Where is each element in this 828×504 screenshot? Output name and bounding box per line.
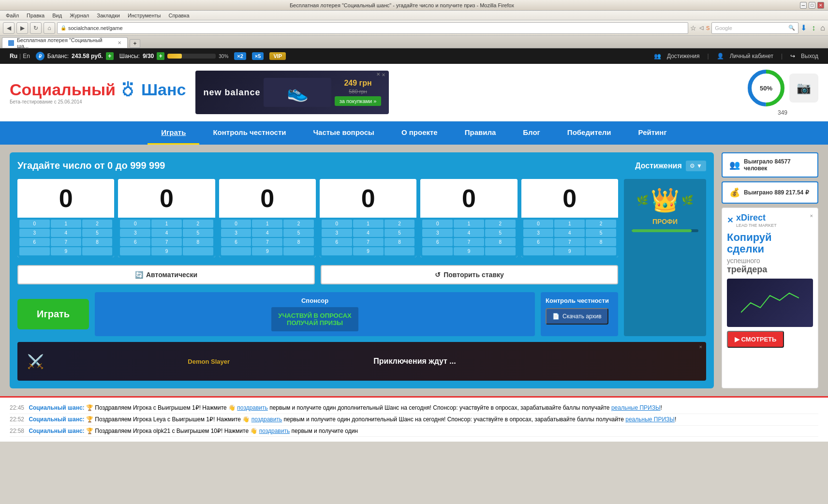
slot-btn[interactable]: 0 — [322, 220, 352, 228]
slot-btn[interactable] — [19, 247, 50, 255]
add-balance-btn[interactable]: + — [106, 52, 114, 60]
slot-btn[interactable]: 1 — [151, 220, 182, 228]
maximize-btn[interactable]: □ — [809, 2, 815, 9]
slot-btn[interactable]: 3 — [322, 229, 352, 237]
slot-btn[interactable]: 2 — [485, 220, 516, 228]
slot-btn[interactable] — [485, 247, 516, 255]
sync-icon[interactable]: ↕ — [812, 24, 815, 32]
slot-btn[interactable]: 6 — [322, 238, 352, 246]
ad-bottom-close[interactable]: × — [699, 344, 702, 350]
slot-btn[interactable]: 3 — [19, 229, 50, 237]
slot-btn[interactable]: 3 — [221, 229, 251, 237]
slot-btn[interactable]: 1 — [554, 220, 585, 228]
search-icon[interactable]: 🔍 — [788, 25, 795, 31]
news-prizes-link2[interactable]: реальные ПРИЗЫ — [625, 416, 675, 423]
download-archive-btn[interactable]: 📄 Скачать архив — [546, 308, 608, 325]
menu-view[interactable]: Вид — [48, 13, 66, 18]
lang-en-btn[interactable]: En — [23, 53, 30, 59]
slot-btn[interactable]: 5 — [183, 229, 213, 237]
slot-btn[interactable]: 7 — [151, 238, 182, 246]
menu-journal[interactable]: Журнал — [66, 13, 93, 18]
slot-btn[interactable]: 5 — [82, 229, 113, 237]
nav-winners[interactable]: Победители — [554, 121, 625, 145]
slot-btn[interactable]: 9 — [51, 247, 81, 255]
slot-btn[interactable]: 3 — [523, 229, 554, 237]
menu-tools[interactable]: Инструменты — [124, 13, 165, 18]
nav-rating[interactable]: Рейтинг — [625, 121, 680, 145]
nav-fairness[interactable]: Контроль честности — [199, 121, 299, 145]
slot-btn[interactable]: 8 — [586, 238, 616, 246]
slot-btn[interactable]: 4 — [454, 229, 484, 237]
slot-btn[interactable] — [120, 247, 150, 255]
back-btn[interactable]: ◀ — [3, 22, 15, 34]
lang-ru-btn[interactable]: Ru — [10, 53, 17, 59]
home-btn[interactable]: ⌂ — [44, 22, 55, 34]
sponsor-banner[interactable]: УЧАСТВУЙ В ОПРОСАХ ПОЛУЧАЙ ПРИЗЫ — [271, 307, 358, 331]
close-btn[interactable]: ✕ — [817, 2, 824, 9]
slot-btn[interactable]: 1 — [353, 220, 384, 228]
slot-btn[interactable] — [283, 247, 314, 255]
slot-btn[interactable]: 0 — [523, 220, 554, 228]
tab-active[interactable]: Бесплатная лотерея "Социальный ша... ✕ — [2, 37, 128, 48]
slot-btn[interactable]: 2 — [82, 220, 113, 228]
logout-link[interactable]: Выход — [801, 53, 818, 59]
slot-btn[interactable]: 6 — [19, 238, 50, 246]
slot-btn[interactable]: 7 — [554, 238, 585, 246]
slot-btn[interactable]: 3 — [422, 229, 453, 237]
slot-btn[interactable]: 5 — [586, 229, 616, 237]
ad-x-btn[interactable]: ✕ — [376, 72, 380, 77]
reload-btn[interactable]: ↻ — [30, 22, 42, 34]
slot-btn[interactable] — [422, 247, 453, 255]
slot-btn[interactable]: 5 — [485, 229, 516, 237]
new-tab-btn[interactable]: + — [130, 39, 140, 48]
add-chances-btn[interactable]: + — [157, 52, 164, 60]
mult5-btn[interactable]: ×5 — [252, 52, 264, 60]
menu-edit[interactable]: Правка — [23, 13, 48, 18]
ad-close-btn[interactable]: × — [382, 72, 385, 78]
refresh-icon[interactable]: ◁ — [699, 25, 703, 31]
slot-btn[interactable]: 2 — [586, 220, 616, 228]
play-btn[interactable]: Играть — [17, 299, 89, 329]
slot-btn[interactable] — [523, 247, 554, 255]
slot-btn[interactable]: 6 — [422, 238, 453, 246]
slot-btn[interactable]: 0 — [120, 220, 150, 228]
auto-btn[interactable]: 🔄 Автоматически — [17, 265, 315, 284]
slot-btn[interactable]: 3 — [120, 229, 150, 237]
slot-btn[interactable]: 4 — [554, 229, 585, 237]
menu-bookmarks[interactable]: Закладки — [93, 13, 124, 18]
slot-btn[interactable]: 4 — [151, 229, 182, 237]
slot-btn[interactable]: 4 — [252, 229, 282, 237]
slot-btn[interactable]: 1 — [454, 220, 484, 228]
news-congrats-link[interactable]: поздравить — [237, 404, 267, 411]
slot-btn[interactable]: 7 — [353, 238, 384, 246]
slot-btn[interactable]: 4 — [51, 229, 81, 237]
tab-close-btn[interactable]: ✕ — [118, 40, 121, 45]
mult2-btn[interactable]: ×2 — [234, 52, 246, 60]
slot-btn[interactable]: 7 — [51, 238, 81, 246]
slot-btn[interactable]: 6 — [221, 238, 251, 246]
slot-btn[interactable]: 2 — [384, 220, 415, 228]
slot-btn[interactable]: 0 — [19, 220, 50, 228]
slot-btn[interactable]: 1 — [252, 220, 282, 228]
slot-btn[interactable]: 8 — [82, 238, 113, 246]
slot-btn[interactable]: 8 — [384, 238, 415, 246]
nav-about[interactable]: О проекте — [388, 121, 451, 145]
profile-camera[interactable]: 📷 — [789, 74, 818, 103]
repeat-btn[interactable]: ↺ Повторить ставку — [321, 265, 618, 284]
menu-file[interactable]: Файл — [2, 13, 23, 18]
slot-btn[interactable] — [82, 247, 113, 255]
news-congrats-link2[interactable]: поздравить — [251, 416, 282, 423]
slot-btn[interactable]: 9 — [554, 247, 585, 255]
slot-btn[interactable]: 5 — [283, 229, 314, 237]
slot-btn[interactable]: 7 — [252, 238, 282, 246]
slot-btn[interactable]: 0 — [422, 220, 453, 228]
watch-btn[interactable]: ▶ СМОТРЕТЬ — [727, 331, 784, 348]
minimize-btn[interactable]: ─ — [800, 2, 807, 9]
slot-btn[interactable]: 9 — [151, 247, 182, 255]
slot-btn[interactable]: 0 — [221, 220, 251, 228]
ad-cta-btn[interactable]: за покупками » — [335, 96, 382, 106]
slot-btn[interactable] — [322, 247, 352, 255]
news-prizes-link1[interactable]: реальные ПРИЗЫ — [611, 404, 661, 411]
ad-sidebar-close[interactable]: × — [810, 213, 813, 219]
slot-btn[interactable]: 8 — [485, 238, 516, 246]
